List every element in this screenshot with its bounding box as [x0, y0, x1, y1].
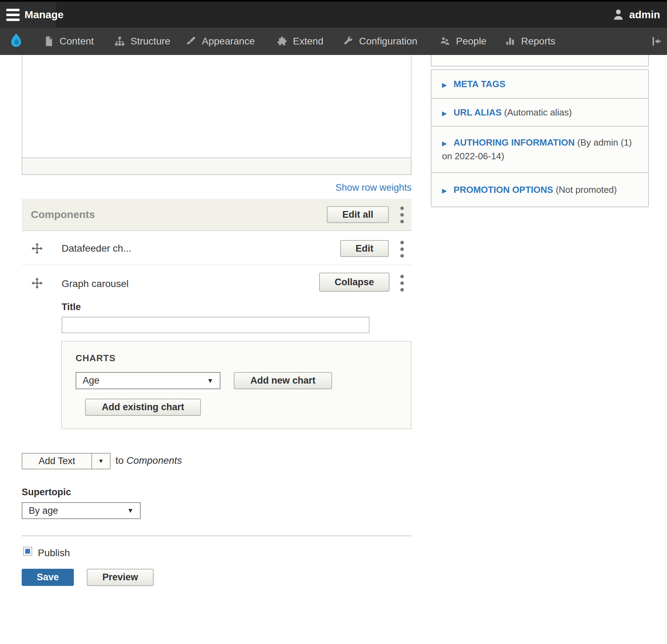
toolbar-orientation-toggle[interactable] [650, 28, 664, 55]
triangle-right-icon: ▶ [442, 110, 447, 117]
admin-toolbar: Manage admin [0, 0, 667, 28]
promotion-options-section[interactable]: ▶ PROMOTION OPTIONS (Not promoted) [431, 172, 649, 207]
collapse-button[interactable]: Collapse [319, 273, 389, 292]
nav-content[interactable]: Content [44, 28, 94, 55]
chart-type-select-value: Age [83, 375, 99, 386]
add-new-chart-button[interactable]: Add new chart [234, 372, 332, 389]
add-component-split-button: Add Text ▼ [22, 453, 111, 469]
nav-reports[interactable]: Reports [505, 28, 555, 55]
authoring-information-section[interactable]: ▶ AUTHORING INFORMATION (By admin (1) on… [431, 126, 649, 173]
people-icon [439, 36, 451, 47]
hamburger-icon[interactable] [6, 9, 20, 21]
supertopic-select-value: By age [29, 505, 58, 516]
sidebar-clipped-field: y [431, 55, 649, 66]
drag-handle-icon[interactable] [31, 242, 43, 255]
drupal-home-link[interactable] [8, 28, 24, 55]
nav-extend-label: Extend [293, 36, 323, 47]
publish-checkbox[interactable] [23, 547, 32, 556]
nav-structure[interactable]: Structure [114, 28, 170, 55]
drupal-logo-icon [8, 32, 24, 50]
supertopic-select[interactable]: By age ▼ [22, 502, 141, 519]
promotion-options-title[interactable]: PROMOTION OPTIONS [454, 184, 553, 195]
user-menu[interactable]: admin [612, 2, 660, 28]
publish-label: Publish [38, 547, 70, 559]
show-row-weights-wrap: Show row weights [22, 182, 412, 193]
wrench-icon [343, 36, 354, 47]
checkbox-checked-mark [25, 549, 30, 554]
nav-structure-label: Structure [131, 36, 170, 47]
component-row-label: Graph carousel [62, 278, 128, 289]
url-alias-section[interactable]: ▶ URL ALIAS (Automatic alias) [431, 98, 649, 127]
admin-menu-tray: Content Structure Appearance Extend Conf… [0, 28, 667, 55]
chevron-down-icon: ▼ [98, 458, 104, 465]
puzzle-icon [276, 36, 288, 47]
chevron-down-icon: ▼ [207, 377, 213, 385]
file-icon [44, 36, 54, 47]
charts-legend: CHARTS [76, 353, 115, 364]
nav-people[interactable]: People [439, 28, 486, 55]
url-alias-note: (Automatic alias) [504, 107, 572, 118]
nav-configuration-label: Configuration [359, 36, 417, 47]
triangle-right-icon: ▶ [442, 187, 447, 194]
chevron-down-icon: ▼ [127, 507, 134, 514]
url-alias-title[interactable]: URL ALIAS [454, 107, 501, 118]
add-to-prefix: to [115, 455, 124, 466]
supertopic-label: Supertopic [22, 487, 71, 498]
triangle-right-icon: ▶ [442, 82, 447, 89]
add-to-target: Components [126, 455, 182, 466]
add-existing-chart-button[interactable]: Add existing chart [85, 399, 201, 416]
components-title: Components [31, 209, 95, 220]
user-icon [612, 8, 625, 21]
nav-appearance-label: Appearance [202, 36, 255, 47]
user-label: admin [629, 9, 660, 21]
manage-tab[interactable]: Manage [0, 2, 56, 28]
component-row-label: Datafeeder ch... [62, 243, 131, 254]
edit-button[interactable]: Edit [340, 240, 389, 257]
triangle-right-icon: ▶ [442, 140, 447, 147]
show-row-weights-link[interactable]: Show row weights [335, 182, 412, 193]
drag-handle-icon[interactable] [31, 277, 43, 289]
preview-button[interactable]: Preview [87, 569, 154, 586]
chart-type-select[interactable]: Age ▼ [76, 372, 220, 389]
body-textarea[interactable] [22, 55, 412, 158]
sitemap-icon [114, 36, 125, 47]
top-strip [0, 0, 667, 2]
add-to-components-text: to Components [115, 455, 182, 466]
components-actions-menu-icon[interactable] [400, 206, 404, 223]
meta-tags-title[interactable]: META TAGS [454, 79, 505, 89]
authoring-information-title[interactable]: AUTHORING INFORMATION [454, 137, 575, 148]
nav-reports-label: Reports [521, 36, 555, 47]
nav-content-label: Content [59, 36, 94, 47]
bar-chart-icon [505, 36, 516, 47]
add-text-button[interactable]: Add Text [22, 453, 92, 469]
nav-extend[interactable]: Extend [276, 28, 323, 55]
row-actions-menu-icon[interactable] [400, 241, 404, 258]
add-text-dropdown-toggle[interactable]: ▼ [92, 453, 111, 469]
title-field-label: Title [62, 302, 81, 313]
save-button[interactable]: Save [22, 569, 74, 586]
nav-configuration[interactable]: Configuration [343, 28, 417, 55]
promotion-options-note: (Not promoted) [556, 184, 617, 195]
charts-fieldset: CHARTS Age ▼ Add new chart Add existing … [61, 341, 412, 429]
nav-appearance[interactable]: Appearance [185, 28, 255, 55]
row-actions-menu-icon[interactable] [400, 275, 404, 292]
form-divider [22, 536, 412, 536]
meta-tags-section[interactable]: ▶ META TAGS [431, 69, 649, 99]
manage-label: Manage [24, 9, 64, 21]
toolbar-collapse-icon [650, 36, 664, 47]
brush-icon [185, 36, 197, 47]
edit-all-button[interactable]: Edit all [327, 206, 389, 223]
textarea-resize-bar[interactable] [22, 158, 412, 175]
nav-people-label: People [456, 36, 486, 47]
title-input[interactable] [62, 317, 370, 333]
